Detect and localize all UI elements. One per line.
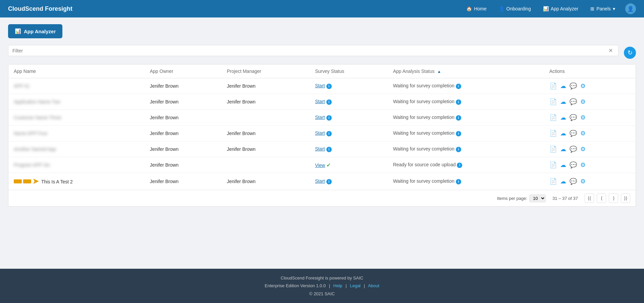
chat-icon[interactable]: 💬 xyxy=(570,82,577,90)
footer-links-row: Enterprise Edition Version 1.0.0 | Help … xyxy=(5,282,639,290)
app-analysis-status-cell: Waiting for survey completioni xyxy=(388,78,544,94)
project-manager-cell xyxy=(221,157,310,173)
chat-icon[interactable]: 💬 xyxy=(570,161,577,169)
col-app-name: App Name xyxy=(8,64,145,78)
page-range: 31 – 37 of 37 xyxy=(552,196,578,201)
settings-icon[interactable]: ⚙ xyxy=(580,130,586,137)
filter-input[interactable] xyxy=(12,48,607,53)
chat-icon[interactable]: 💬 xyxy=(570,98,577,105)
app-owner-cell: Jenifer Brown xyxy=(145,157,221,173)
first-page-button[interactable]: ⟨⟨ xyxy=(585,193,594,203)
footer-help-link[interactable]: Help xyxy=(333,283,342,288)
app-name-cell: Customer Name Three xyxy=(14,115,61,120)
nav-onboarding-label: Onboarding xyxy=(506,6,531,11)
nav-app-analyzer[interactable]: 📊 App Analyzer xyxy=(538,3,583,14)
col-app-owner: App Owner xyxy=(145,64,221,78)
nav-panels[interactable]: ⊞ Panels ▾ xyxy=(586,3,620,14)
settings-icon[interactable]: ⚙ xyxy=(580,114,586,121)
cloud-upload-icon[interactable]: ☁ xyxy=(560,161,566,169)
app-analyzer-button-label: App Analyzer xyxy=(24,29,56,34)
analysis-info-icon[interactable]: i xyxy=(456,115,461,121)
footer-copyright: © 2021 SAIC xyxy=(5,290,639,298)
nav-panels-label: Panels xyxy=(596,6,611,11)
analysis-info-icon[interactable]: i xyxy=(457,163,462,168)
project-manager-cell: Jenifer Brown xyxy=(221,94,310,110)
user-avatar[interactable]: 👤 xyxy=(625,3,636,14)
doc-icon[interactable]: 📄 xyxy=(549,161,557,169)
nav-onboarding[interactable]: 👤 Onboarding xyxy=(494,3,536,14)
survey-status-link[interactable]: Start xyxy=(315,83,325,88)
survey-info-icon[interactable]: i xyxy=(326,115,332,121)
cloud-upload-icon[interactable]: ☁ xyxy=(560,130,566,137)
survey-status-link[interactable]: Start xyxy=(315,99,325,104)
items-per-page-select[interactable]: 10 25 50 xyxy=(529,194,546,202)
chat-icon[interactable]: 💬 xyxy=(570,130,577,137)
survey-info-icon[interactable]: i xyxy=(326,179,332,184)
analysis-info-icon[interactable]: i xyxy=(456,131,461,136)
project-manager-cell: Jenifer Brown xyxy=(221,126,310,141)
analysis-info-icon[interactable]: i xyxy=(456,99,461,105)
chevron-down-icon: ▾ xyxy=(613,6,615,11)
navbar: CloudScend Foresight 🏠 Home 👤 Onboarding… xyxy=(0,0,644,17)
doc-icon[interactable]: 📄 xyxy=(549,98,557,105)
table-row: Another Named AppJenifer BrownJenifer Br… xyxy=(8,141,636,157)
settings-icon[interactable]: ⚙ xyxy=(580,145,586,153)
app-analyzer-button[interactable]: 📊 App Analyzer xyxy=(8,24,62,38)
footer-about-link[interactable]: About xyxy=(368,283,379,288)
check-icon: ✔ xyxy=(326,162,331,168)
doc-icon[interactable]: 📄 xyxy=(549,145,557,153)
table-row: ➤ This Is A Test 2Jenifer BrownJenifer B… xyxy=(8,173,636,190)
cloud-upload-icon[interactable]: ☁ xyxy=(560,178,566,185)
analysis-info-icon[interactable]: i xyxy=(456,147,461,152)
settings-icon[interactable]: ⚙ xyxy=(580,98,586,105)
survey-status-link[interactable]: Start xyxy=(315,130,325,136)
actions-cell: 📄 ☁ 💬 ⚙ xyxy=(549,178,630,185)
doc-icon[interactable]: 📄 xyxy=(549,130,557,137)
prev-page-button[interactable]: ⟨ xyxy=(597,193,606,203)
chat-icon[interactable]: 💬 xyxy=(570,114,577,121)
survey-status-link[interactable]: Start xyxy=(315,115,325,120)
settings-icon[interactable]: ⚙ xyxy=(580,178,586,185)
analysis-info-icon[interactable]: i xyxy=(456,84,461,89)
survey-info-icon[interactable]: i xyxy=(326,84,332,89)
nav-home-label: Home xyxy=(474,6,486,11)
analysis-info-icon[interactable]: i xyxy=(456,179,461,184)
cloud-upload-icon[interactable]: ☁ xyxy=(560,82,566,90)
app-owner-cell: Jenifer Brown xyxy=(145,173,221,190)
actions-cell: 📄 ☁ 💬 ⚙ xyxy=(549,130,630,137)
panels-icon: ⊞ xyxy=(590,6,594,11)
project-manager-cell: Jenifer Brown xyxy=(221,141,310,157)
survey-status-link[interactable]: View xyxy=(315,163,325,168)
doc-icon[interactable]: 📄 xyxy=(549,82,557,90)
cloud-upload-icon[interactable]: ☁ xyxy=(560,98,566,105)
footer-legal-link[interactable]: Legal xyxy=(350,283,361,288)
settings-icon[interactable]: ⚙ xyxy=(580,161,586,169)
survey-status-link[interactable]: Start xyxy=(315,146,325,152)
col-survey-status: Survey Status xyxy=(310,64,388,78)
doc-icon[interactable]: 📄 xyxy=(549,114,557,121)
brand-logo: CloudScend Foresight xyxy=(8,5,462,12)
app-name-cell: This Is A Test 2 xyxy=(41,179,73,184)
cloud-upload-icon[interactable]: ☁ xyxy=(560,145,566,153)
app-analysis-status-cell: Waiting for survey completioni xyxy=(388,141,544,157)
chat-icon[interactable]: 💬 xyxy=(570,178,577,185)
survey-info-icon[interactable]: i xyxy=(326,99,332,105)
refresh-button[interactable]: ↻ xyxy=(624,47,636,59)
doc-icon[interactable]: 📄 xyxy=(549,178,557,185)
sort-up-icon[interactable]: ▲ xyxy=(437,69,441,74)
app-analysis-status-cell: Waiting for survey completioni xyxy=(388,94,544,110)
settings-icon[interactable]: ⚙ xyxy=(580,82,586,90)
survey-info-icon[interactable]: i xyxy=(326,147,332,152)
cloud-upload-icon[interactable]: ☁ xyxy=(560,114,566,121)
app-analysis-status-cell: Waiting for survey completioni xyxy=(388,126,544,141)
next-page-button[interactable]: ⟩ xyxy=(609,193,618,203)
survey-info-icon[interactable]: i xyxy=(326,131,332,136)
filter-bar: ✕ xyxy=(8,45,619,56)
nav-home[interactable]: 🏠 Home xyxy=(462,3,491,14)
bar-chart-icon: 📊 xyxy=(15,28,21,34)
survey-status-link[interactable]: Start xyxy=(315,178,325,184)
chat-icon[interactable]: 💬 xyxy=(570,145,577,153)
last-page-button[interactable]: ⟩⟩ xyxy=(621,193,630,203)
clear-filter-button[interactable]: ✕ xyxy=(607,47,614,54)
table-header: App Name App Owner Project Manager Surve… xyxy=(8,64,636,78)
